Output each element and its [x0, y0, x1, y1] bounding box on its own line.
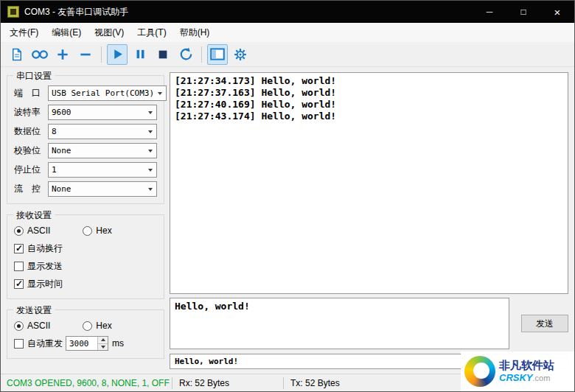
port-value: USB Serial Port(COM3)	[49, 88, 154, 98]
flowcontrol-value: None	[49, 184, 144, 194]
menu-edit[interactable]: 编辑(E)	[45, 23, 88, 43]
window-title: COM3 - 友善串口调试助手	[24, 6, 128, 18]
flowcontrol-field-row: 流 控 None	[14, 181, 157, 197]
stopbits-label: 停止位	[14, 164, 48, 176]
flowcontrol-select[interactable]: None	[48, 181, 157, 197]
auto-resend-row: 自动重发 3000 ms	[14, 337, 157, 349]
menu-file[interactable]: 文件(F)	[3, 23, 45, 43]
settings-button[interactable]	[230, 44, 251, 65]
receive-format-row: ASCII Hex	[14, 225, 157, 237]
maximize-icon: □	[520, 7, 526, 17]
pause-button[interactable]	[130, 44, 150, 65]
receive-text-area[interactable]: [21:27:34.173] Hello, world! [21:27:37.1…	[170, 72, 568, 294]
send-hex-radio[interactable]	[83, 321, 92, 331]
send-text-area[interactable]: Hello, world!	[170, 298, 509, 349]
stopbits-field-row: 停止位 1	[14, 162, 157, 178]
chevron-down-icon	[144, 144, 156, 158]
app-window: COM3 - 友善串口调试助手 ─ □ × 文件(F) 编辑(E) 视图(V) …	[0, 0, 575, 392]
close-icon: ×	[554, 6, 561, 18]
receive-hex-radio[interactable]	[83, 226, 92, 236]
auto-newline-checkbox[interactable]	[14, 244, 24, 253]
main-content: 串口设置 端 口 USB Serial Port(COM3) 波特率 9600	[1, 67, 574, 374]
watermark-domain-name: CRSKY	[499, 372, 533, 383]
receive-line: [21:27:37.163] Hello, world!	[175, 87, 563, 99]
crsky-watermark: 非凡软件站 CRSKY.com	[461, 351, 574, 391]
stepper-buttons	[97, 337, 108, 350]
menu-view[interactable]: 视图(V)	[88, 23, 130, 43]
show-time-label: 显示时间	[27, 278, 63, 290]
pause-icon	[134, 48, 147, 60]
receive-line: [21:27:34.173] Hello, world!	[175, 75, 563, 87]
refresh-button[interactable]	[175, 44, 196, 65]
send-hex-label: Hex	[96, 321, 111, 331]
stopbits-select[interactable]: 1	[48, 162, 157, 178]
receive-ascii-label: ASCII	[27, 225, 50, 236]
receive-settings-title: 接收设置	[13, 209, 55, 222]
logo-hole	[473, 363, 489, 379]
toolbar-separator	[101, 46, 102, 63]
resend-interval-stepper[interactable]: 3000	[66, 336, 108, 351]
play-button[interactable]	[107, 44, 128, 65]
add-icon	[55, 47, 70, 62]
baudrate-field-row: 波特率 9600	[14, 105, 157, 120]
watermark-site-name: 非凡软件站	[499, 359, 554, 372]
app-icon	[7, 6, 19, 18]
menu-help[interactable]: 帮助(H)	[173, 23, 217, 43]
close-button[interactable]: ×	[540, 1, 574, 23]
show-sent-checkbox[interactable]	[14, 262, 24, 271]
minimize-button[interactable]: ─	[473, 1, 506, 23]
panel-layout-button[interactable]	[207, 44, 228, 65]
stop-icon	[157, 49, 169, 60]
parity-label: 校验位	[14, 144, 48, 157]
add-button[interactable]	[52, 44, 73, 65]
new-file-button[interactable]	[7, 44, 27, 65]
show-time-checkbox[interactable]	[14, 279, 24, 289]
databits-value: 8	[49, 127, 144, 136]
menu-tools[interactable]: 工具(T)	[130, 23, 172, 43]
watermark-text: 非凡软件站 CRSKY.com	[499, 359, 554, 384]
title-bar: COM3 - 友善串口调试助手 ─ □ ×	[1, 1, 574, 23]
loopback-icon	[31, 49, 49, 60]
remove-button[interactable]	[75, 44, 96, 65]
rx-bytes: Rx: 52 Bytes	[172, 378, 283, 388]
stop-button[interactable]	[153, 44, 173, 65]
receive-ascii-radio[interactable]	[14, 226, 24, 236]
loopback-button[interactable]	[29, 44, 50, 65]
chevron-down-icon	[144, 105, 156, 119]
chevron-down-icon	[144, 125, 156, 139]
baudrate-value: 9600	[49, 108, 144, 117]
receive-line: [21:27:43.174] Hello, world!	[175, 111, 563, 122]
send-button[interactable]: 发送	[521, 315, 568, 332]
parity-select[interactable]: None	[48, 143, 157, 158]
baudrate-label: 波特率	[14, 106, 48, 119]
auto-resend-label: 自动重发	[27, 337, 63, 350]
watermark-domain: CRSKY.com	[499, 372, 554, 384]
refresh-icon	[179, 47, 193, 61]
echo-text: Hello, world!	[175, 357, 238, 366]
maximize-button[interactable]: □	[506, 1, 540, 23]
auto-newline-row: 自动换行	[14, 242, 157, 254]
port-label: 端 口	[14, 87, 48, 99]
send-settings-group: 发送设置 ASCII Hex 自动重发 3000	[7, 309, 164, 359]
toolbar	[1, 42, 574, 67]
databits-field-row: 数据位 8	[14, 124, 157, 139]
resend-interval-value: 3000	[66, 337, 97, 350]
stepper-up-icon[interactable]	[98, 337, 108, 343]
flowcontrol-label: 流 控	[14, 183, 48, 195]
stepper-down-icon[interactable]	[98, 343, 108, 351]
baudrate-select[interactable]: 9600	[48, 105, 157, 120]
send-row: Hello, world! 发送	[170, 298, 568, 349]
stopbits-value: 1	[49, 165, 144, 175]
auto-resend-checkbox[interactable]	[14, 339, 24, 349]
send-ascii-radio[interactable]	[14, 321, 24, 331]
send-text: Hello, world!	[175, 301, 250, 312]
receive-line: [21:27:40.169] Hello, world!	[175, 99, 563, 111]
parity-value: None	[49, 146, 144, 155]
remove-icon	[78, 47, 93, 62]
chevron-down-icon	[154, 86, 166, 100]
new-file-icon	[10, 48, 24, 61]
panel-layout-icon	[210, 48, 225, 60]
databits-label: 数据位	[14, 125, 48, 138]
port-select[interactable]: USB Serial Port(COM3)	[48, 85, 167, 101]
databits-select[interactable]: 8	[48, 124, 157, 139]
